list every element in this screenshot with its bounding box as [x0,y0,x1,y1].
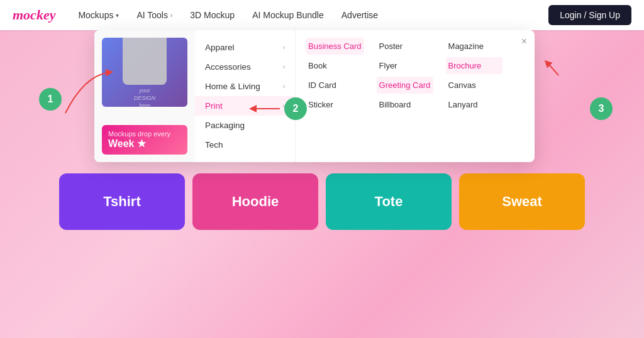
sub-business-card[interactable]: Business Card [306,38,364,55]
arrow-right-icon: › [283,83,285,90]
sub-billboard[interactable]: Billboard [377,96,433,113]
arrow-right-icon: › [283,44,285,51]
cat-packaging[interactable]: Packaging [195,116,295,135]
sub-sticker[interactable]: Sticker [306,96,364,113]
cat-card-tshirt[interactable]: Tshirt [59,173,185,230]
sub-lanyard[interactable]: Lanyard [446,96,502,113]
dropdown-subcols: Business Card Book ID Card Sticker Poste… [296,30,535,162]
cat-card-sweat[interactable]: Sweat [459,173,585,230]
annotation-3: 3 [590,97,613,120]
badge-week-text: Week ★ [108,138,181,150]
cat-tech[interactable]: Tech [195,135,295,155]
annotation-1: 1 [39,88,62,111]
annotation-2: 2 [284,97,307,120]
chevron-down-icon: ▾ [116,12,119,19]
cat-apparel[interactable]: Apparel › [195,38,295,57]
nav-3d-mockup[interactable]: 3D Mockup [182,6,242,24]
logo[interactable]: mockey [13,7,55,23]
preview-image: yourDESIGNhere [102,38,187,107]
cat-accessories[interactable]: Accessories › [195,57,295,77]
nav-mockups[interactable]: Mockups ▾ [70,6,126,24]
cat-card-tote[interactable]: Tote [326,173,452,230]
nav-advertise[interactable]: Advertise [334,6,386,24]
category-cards: Tshirt Hoodie Tote Sweat [0,163,644,230]
login-button[interactable]: Login / Sign Up [548,5,631,25]
nav-links: Mockups ▾ AI Tools › 3D Mockup AI Mockup… [70,6,548,24]
sub-flyer[interactable]: Flyer [377,57,433,74]
cat-home-living[interactable]: Home & Living › [195,77,295,96]
badge-top-text: Mockups drop every [108,130,181,138]
dropdown-categories: Apparel › Accessories › Home & Living › … [195,30,296,162]
subcol-1: Business Card Book ID Card Sticker [306,38,364,155]
sub-poster[interactable]: Poster [377,38,433,55]
navbar: mockey Mockups ▾ AI Tools › 3D Mockup AI… [0,0,644,30]
sub-magazine[interactable]: Magazine [446,38,502,55]
chevron-down-icon: › [170,12,172,19]
sub-id-card[interactable]: ID Card [306,77,364,94]
cat-print[interactable]: Print › [195,96,295,116]
dropdown-preview: yourDESIGNhere Mockups drop every Week ★ [94,30,195,162]
cat-card-hoodie[interactable]: Hoodie [192,173,318,230]
sub-book[interactable]: Book [306,57,364,74]
subcol-3: Magazine Brochure Canvas Lanyard [446,38,502,155]
sub-canvas[interactable]: Canvas [446,77,502,94]
close-button[interactable]: × [521,36,527,46]
sub-brochure[interactable]: Brochure [446,57,502,74]
preview-badge: Mockups drop every Week ★ [102,125,187,155]
sub-greeting-card[interactable]: Greeting Card [377,77,433,94]
dropdown-menu: yourDESIGNhere Mockups drop every Week ★… [94,30,535,162]
nav-ai-bundle[interactable]: AI Mockup Bundle [245,6,331,24]
arrow-right-icon: › [283,63,285,70]
nav-ai-tools[interactable]: AI Tools › [129,6,180,24]
subcol-2: Poster Flyer Greeting Card Billboard [377,38,433,155]
